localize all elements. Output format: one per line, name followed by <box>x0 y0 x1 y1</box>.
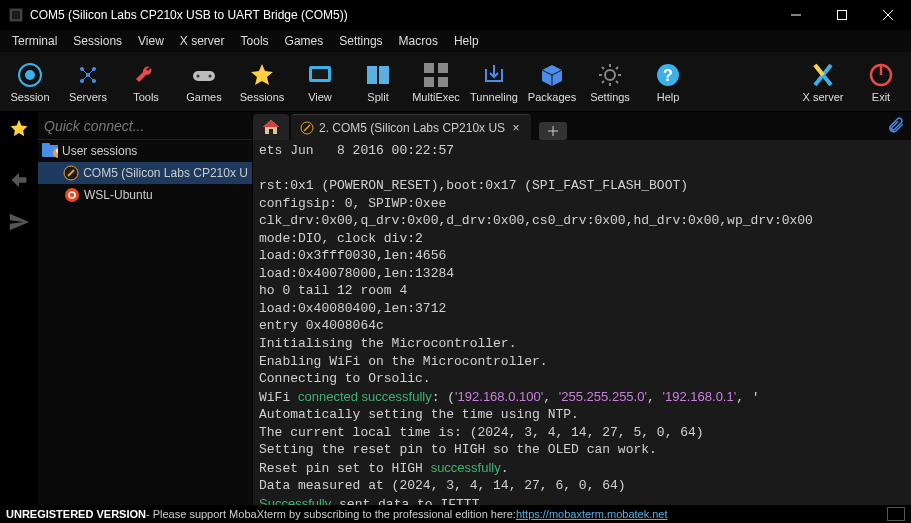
tunneling-icon <box>480 61 508 89</box>
svg-rect-32 <box>42 143 50 147</box>
tab-close-button[interactable]: × <box>509 121 523 135</box>
tab-add-button[interactable] <box>539 122 567 140</box>
view-icon <box>306 61 334 89</box>
toolbar-label: Settings <box>590 91 630 103</box>
star-icon[interactable] <box>7 116 31 140</box>
svg-rect-24 <box>424 77 434 87</box>
window-title: COM5 (Silicon Labs CP210x USB to UART Br… <box>30 8 773 22</box>
footer-text: - Please support MobaXterm by subscribin… <box>146 508 516 520</box>
svg-rect-21 <box>379 66 389 84</box>
main-toolbar: SessionServersToolsGamesSessionsViewSpli… <box>0 52 911 112</box>
servers-icon <box>74 61 102 89</box>
svg-rect-25 <box>438 77 448 87</box>
toolbar-label: X server <box>803 91 844 103</box>
toolbar-servers-button[interactable]: Servers <box>64 54 112 110</box>
toolbar-label: Packages <box>528 91 576 103</box>
workspace: Quick connect... User sessions COM5 (Sil… <box>0 112 911 505</box>
paperclip-icon[interactable] <box>887 116 905 139</box>
svg-point-36 <box>65 188 79 202</box>
tabs-row: 2. COM5 (Silicon Labs CP210x US × <box>253 112 911 140</box>
svg-rect-22 <box>424 63 434 73</box>
svg-point-26 <box>605 70 615 80</box>
toolbar-tools-button[interactable]: Tools <box>122 54 170 110</box>
footer-link[interactable]: https://mobaxterm.mobatek.net <box>516 508 668 520</box>
serial-icon <box>63 165 79 181</box>
toolbar-tunneling-button[interactable]: Tunneling <box>470 54 518 110</box>
packages-icon <box>538 61 566 89</box>
toolbar-label: MultiExec <box>412 91 460 103</box>
svg-rect-3 <box>838 11 847 20</box>
send-icon[interactable] <box>7 210 31 234</box>
toolbar-view-button[interactable]: View <box>296 54 344 110</box>
tree-root[interactable]: User sessions <box>38 140 252 162</box>
toolbar-split-button[interactable]: Split <box>354 54 402 110</box>
tree-item-label: WSL-Ubuntu <box>84 188 153 202</box>
tab-home[interactable] <box>253 114 289 140</box>
toolbar-games-button[interactable]: Games <box>180 54 228 110</box>
tree-item-label: COM5 (Silicon Labs CP210x US <box>83 166 248 180</box>
session-icon <box>16 61 44 89</box>
exit-icon <box>867 61 895 89</box>
quick-connect-placeholder: Quick connect... <box>44 118 144 134</box>
tree-item-wsl[interactable]: WSL-Ubuntu <box>38 184 252 206</box>
sessions-icon <box>248 61 276 89</box>
toolbar-label: Servers <box>69 91 107 103</box>
quick-connect-input[interactable]: Quick connect... <box>38 112 252 140</box>
svg-point-7 <box>25 70 35 80</box>
footer-status-icon[interactable] <box>887 507 905 521</box>
footer: UNREGISTERED VERSION - Please support Mo… <box>0 505 911 523</box>
settings-icon <box>596 61 624 89</box>
toolbar-packages-button[interactable]: Packages <box>528 54 576 110</box>
app-icon <box>8 7 24 23</box>
help-icon: ? <box>654 61 682 89</box>
maximize-button[interactable] <box>819 0 865 30</box>
toolbar-exit-button[interactable]: Exit <box>857 54 905 110</box>
toolbar-label: Help <box>657 91 680 103</box>
xserver-icon <box>809 61 837 89</box>
toolbar-multiexec-button[interactable]: MultiExec <box>412 54 460 110</box>
toolbar-label: View <box>308 91 332 103</box>
sessions-panel: Quick connect... User sessions COM5 (Sil… <box>38 112 253 505</box>
toolbar-label: Games <box>186 91 221 103</box>
tab-label: 2. COM5 (Silicon Labs CP210x US <box>319 121 505 135</box>
toolbar-help-button[interactable]: ?Help <box>644 54 692 110</box>
arrow-icon[interactable] <box>7 168 31 192</box>
toolbar-session-button[interactable]: Session <box>6 54 54 110</box>
home-icon <box>262 119 280 135</box>
titlebar: COM5 (Silicon Labs CP210x USB to UART Br… <box>0 0 911 30</box>
split-icon <box>364 61 392 89</box>
toolbar-sessions-button[interactable]: Sessions <box>238 54 286 110</box>
menu-sessions[interactable]: Sessions <box>65 32 130 50</box>
multiexec-icon <box>422 61 450 89</box>
footer-version: UNREGISTERED VERSION <box>6 508 146 520</box>
toolbar-settings-button[interactable]: Settings <box>586 54 634 110</box>
menu-tools[interactable]: Tools <box>233 32 277 50</box>
menubar: TerminalSessionsViewX serverToolsGamesSe… <box>0 30 911 52</box>
svg-rect-15 <box>193 71 215 81</box>
close-button[interactable] <box>865 0 911 30</box>
menu-macros[interactable]: Macros <box>391 32 446 50</box>
menu-view[interactable]: View <box>130 32 172 50</box>
menu-terminal[interactable]: Terminal <box>4 32 65 50</box>
menu-help[interactable]: Help <box>446 32 487 50</box>
menu-settings[interactable]: Settings <box>331 32 390 50</box>
content-area: 2. COM5 (Silicon Labs CP210x US × ets Ju… <box>253 112 911 505</box>
menu-x-server[interactable]: X server <box>172 32 233 50</box>
toolbar-label: Tunneling <box>470 91 518 103</box>
toolbar-xserver-button[interactable]: X server <box>799 54 847 110</box>
toolbar-label: Tools <box>133 91 159 103</box>
toolbar-label: Split <box>367 91 388 103</box>
terminal-output[interactable]: ets Jun 8 2016 00:22:57 rst:0x1 (POWERON… <box>253 140 911 505</box>
menu-games[interactable]: Games <box>277 32 332 50</box>
games-icon <box>190 61 218 89</box>
minimize-button[interactable] <box>773 0 819 30</box>
svg-text:?: ? <box>663 67 673 84</box>
folder-icon <box>42 143 58 159</box>
tree-item-com5[interactable]: COM5 (Silicon Labs CP210x US <box>38 162 252 184</box>
tab-active[interactable]: 2. COM5 (Silicon Labs CP210x US × <box>291 114 531 140</box>
tree-root-label: User sessions <box>62 144 137 158</box>
svg-rect-20 <box>367 66 377 84</box>
svg-point-17 <box>209 74 212 77</box>
svg-rect-19 <box>312 69 328 79</box>
toolbar-label: Session <box>10 91 49 103</box>
